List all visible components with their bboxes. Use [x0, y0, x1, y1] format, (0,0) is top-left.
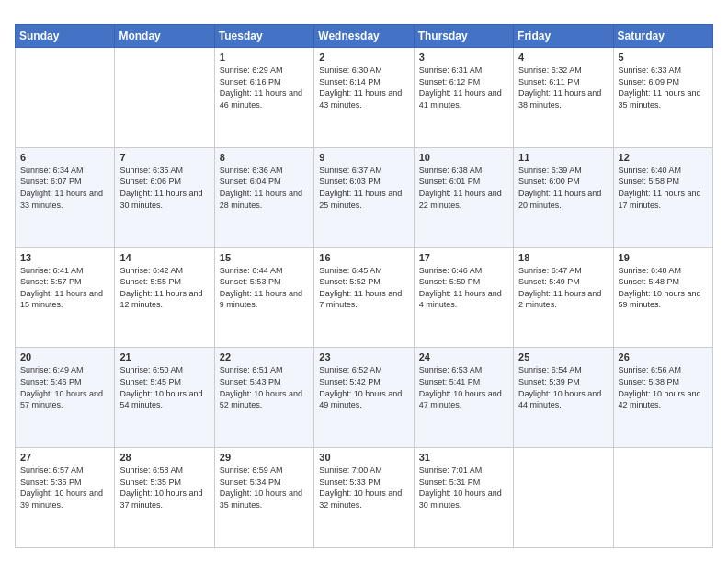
weekday-header-monday: Monday — [115, 25, 214, 48]
cell-info: Sunrise: 6:54 AM Sunset: 5:39 PM Dayligh… — [518, 364, 608, 410]
calendar-cell — [115, 48, 214, 148]
cell-info: Sunrise: 6:50 AM Sunset: 5:45 PM Dayligh… — [119, 364, 209, 410]
day-number: 8 — [220, 152, 309, 163]
calendar-cell: 4Sunrise: 6:32 AM Sunset: 6:11 PM Daylig… — [514, 48, 613, 148]
day-number: 21 — [119, 351, 209, 362]
calendar-cell: 25Sunrise: 6:54 AM Sunset: 5:39 PM Dayli… — [514, 348, 613, 448]
cell-info: Sunrise: 7:00 AM Sunset: 5:33 PM Dayligh… — [319, 465, 408, 511]
calendar-cell — [514, 448, 613, 548]
calendar-cell: 8Sunrise: 6:36 AM Sunset: 6:04 PM Daylig… — [214, 147, 313, 247]
week-row-4: 20Sunrise: 6:49 AM Sunset: 5:46 PM Dayli… — [16, 348, 713, 448]
cell-info: Sunrise: 6:41 AM Sunset: 5:57 PM Dayligh… — [20, 265, 109, 311]
day-number: 30 — [319, 452, 408, 463]
calendar-cell: 13Sunrise: 6:41 AM Sunset: 5:57 PM Dayli… — [16, 247, 115, 348]
calendar-cell: 14Sunrise: 6:42 AM Sunset: 5:55 PM Dayli… — [115, 247, 214, 348]
day-number: 4 — [518, 52, 608, 63]
cell-info: Sunrise: 6:49 AM Sunset: 5:46 PM Dayligh… — [20, 364, 109, 410]
day-number: 3 — [419, 52, 508, 63]
calendar-cell: 12Sunrise: 6:40 AM Sunset: 5:58 PM Dayli… — [613, 147, 712, 247]
cell-info: Sunrise: 6:52 AM Sunset: 5:42 PM Dayligh… — [319, 364, 408, 410]
calendar-cell: 20Sunrise: 6:49 AM Sunset: 5:46 PM Dayli… — [16, 348, 115, 448]
calendar-cell: 29Sunrise: 6:59 AM Sunset: 5:34 PM Dayli… — [214, 448, 313, 548]
day-number: 14 — [119, 252, 209, 263]
calendar-cell: 30Sunrise: 7:00 AM Sunset: 5:33 PM Dayli… — [314, 448, 414, 548]
cell-info: Sunrise: 6:56 AM Sunset: 5:38 PM Dayligh… — [619, 364, 708, 410]
day-number: 1 — [220, 52, 309, 63]
day-number: 17 — [419, 252, 508, 263]
weekday-header-row: SundayMondayTuesdayWednesdayThursdayFrid… — [16, 25, 713, 48]
calendar-cell: 10Sunrise: 6:38 AM Sunset: 6:01 PM Dayli… — [414, 147, 513, 247]
day-number: 22 — [220, 351, 309, 362]
page: General Blue SundayMondayTuesdayWednesda… — [0, 0, 728, 563]
calendar-cell: 5Sunrise: 6:33 AM Sunset: 6:09 PM Daylig… — [613, 48, 712, 148]
day-number: 31 — [419, 452, 508, 463]
cell-info: Sunrise: 6:45 AM Sunset: 5:52 PM Dayligh… — [319, 265, 408, 311]
day-number: 13 — [20, 252, 109, 263]
cell-info: Sunrise: 6:32 AM Sunset: 6:11 PM Dayligh… — [518, 64, 608, 110]
calendar-cell — [613, 448, 712, 548]
day-number: 26 — [619, 351, 708, 362]
calendar-cell: 7Sunrise: 6:35 AM Sunset: 6:06 PM Daylig… — [115, 147, 214, 247]
calendar-cell: 16Sunrise: 6:45 AM Sunset: 5:52 PM Dayli… — [314, 247, 414, 348]
calendar-cell — [16, 48, 115, 148]
cell-info: Sunrise: 6:29 AM Sunset: 6:16 PM Dayligh… — [220, 64, 309, 110]
week-row-3: 13Sunrise: 6:41 AM Sunset: 5:57 PM Dayli… — [16, 247, 713, 348]
cell-info: Sunrise: 6:37 AM Sunset: 6:03 PM Dayligh… — [319, 165, 408, 211]
calendar-cell: 17Sunrise: 6:46 AM Sunset: 5:50 PM Dayli… — [414, 247, 513, 348]
cell-info: Sunrise: 6:59 AM Sunset: 5:34 PM Dayligh… — [220, 465, 309, 511]
calendar-cell: 23Sunrise: 6:52 AM Sunset: 5:42 PM Dayli… — [314, 348, 414, 448]
cell-info: Sunrise: 6:57 AM Sunset: 5:36 PM Dayligh… — [20, 465, 109, 511]
calendar-cell: 31Sunrise: 7:01 AM Sunset: 5:31 PM Dayli… — [414, 448, 513, 548]
week-row-2: 6Sunrise: 6:34 AM Sunset: 6:07 PM Daylig… — [16, 147, 713, 247]
day-number: 9 — [319, 152, 408, 163]
weekday-header-tuesday: Tuesday — [214, 25, 313, 48]
day-number: 2 — [319, 52, 408, 63]
day-number: 16 — [319, 252, 408, 263]
cell-info: Sunrise: 6:34 AM Sunset: 6:07 PM Dayligh… — [20, 165, 109, 211]
weekday-header-sunday: Sunday — [16, 25, 115, 48]
cell-info: Sunrise: 6:53 AM Sunset: 5:41 PM Dayligh… — [419, 364, 508, 410]
weekday-header-friday: Friday — [514, 25, 613, 48]
calendar-cell: 18Sunrise: 6:47 AM Sunset: 5:49 PM Dayli… — [514, 247, 613, 348]
week-row-1: 1Sunrise: 6:29 AM Sunset: 6:16 PM Daylig… — [16, 48, 713, 148]
cell-info: Sunrise: 6:39 AM Sunset: 6:00 PM Dayligh… — [518, 165, 608, 211]
cell-info: Sunrise: 6:40 AM Sunset: 5:58 PM Dayligh… — [619, 165, 708, 211]
cell-info: Sunrise: 6:35 AM Sunset: 6:06 PM Dayligh… — [119, 165, 209, 211]
cell-info: Sunrise: 6:46 AM Sunset: 5:50 PM Dayligh… — [419, 265, 508, 311]
calendar-cell: 15Sunrise: 6:44 AM Sunset: 5:53 PM Dayli… — [214, 247, 313, 348]
cell-info: Sunrise: 6:33 AM Sunset: 6:09 PM Dayligh… — [619, 64, 708, 110]
day-number: 6 — [20, 152, 109, 163]
calendar-cell: 3Sunrise: 6:31 AM Sunset: 6:12 PM Daylig… — [414, 48, 513, 148]
day-number: 10 — [419, 152, 508, 163]
cell-info: Sunrise: 6:48 AM Sunset: 5:48 PM Dayligh… — [619, 265, 708, 311]
weekday-header-thursday: Thursday — [414, 25, 513, 48]
day-number: 18 — [518, 252, 608, 263]
day-number: 27 — [20, 452, 109, 463]
day-number: 28 — [119, 452, 209, 463]
day-number: 15 — [220, 252, 309, 263]
calendar-cell: 22Sunrise: 6:51 AM Sunset: 5:43 PM Dayli… — [214, 348, 313, 448]
day-number: 12 — [619, 152, 708, 163]
cell-info: Sunrise: 6:30 AM Sunset: 6:14 PM Dayligh… — [319, 64, 408, 110]
cell-info: Sunrise: 6:51 AM Sunset: 5:43 PM Dayligh… — [220, 364, 309, 410]
cell-info: Sunrise: 6:58 AM Sunset: 5:35 PM Dayligh… — [119, 465, 209, 511]
calendar-cell: 21Sunrise: 6:50 AM Sunset: 5:45 PM Dayli… — [115, 348, 214, 448]
cell-info: Sunrise: 6:44 AM Sunset: 5:53 PM Dayligh… — [220, 265, 309, 311]
day-number: 20 — [20, 351, 109, 362]
day-number: 19 — [619, 252, 708, 263]
day-number: 7 — [119, 152, 209, 163]
calendar-cell: 19Sunrise: 6:48 AM Sunset: 5:48 PM Dayli… — [613, 247, 712, 348]
calendar-cell: 6Sunrise: 6:34 AM Sunset: 6:07 PM Daylig… — [16, 147, 115, 247]
calendar-cell: 1Sunrise: 6:29 AM Sunset: 6:16 PM Daylig… — [214, 48, 313, 148]
calendar-cell: 2Sunrise: 6:30 AM Sunset: 6:14 PM Daylig… — [314, 48, 414, 148]
calendar-cell: 26Sunrise: 6:56 AM Sunset: 5:38 PM Dayli… — [613, 348, 712, 448]
calendar-cell: 9Sunrise: 6:37 AM Sunset: 6:03 PM Daylig… — [314, 147, 414, 247]
weekday-header-wednesday: Wednesday — [314, 25, 414, 48]
day-number: 23 — [319, 351, 408, 362]
calendar-cell: 11Sunrise: 6:39 AM Sunset: 6:00 PM Dayli… — [514, 147, 613, 247]
week-row-5: 27Sunrise: 6:57 AM Sunset: 5:36 PM Dayli… — [16, 448, 713, 548]
weekday-header-saturday: Saturday — [613, 25, 712, 48]
day-number: 25 — [518, 351, 608, 362]
calendar-cell: 24Sunrise: 6:53 AM Sunset: 5:41 PM Dayli… — [414, 348, 513, 448]
day-number: 5 — [619, 52, 708, 63]
